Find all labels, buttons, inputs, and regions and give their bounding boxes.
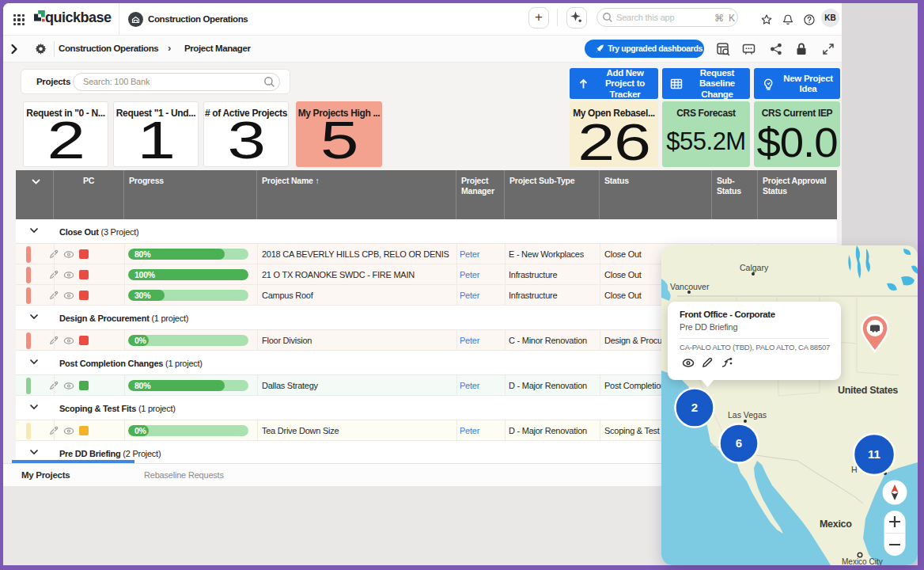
svg-text:Mexico: Mexico — [820, 519, 852, 530]
svg-text:Mexico City: Mexico City — [842, 557, 883, 565]
svg-text:Las Vegas: Las Vegas — [728, 410, 767, 420]
svg-text:United States: United States — [838, 385, 898, 396]
svg-text:Vancouver: Vancouver — [670, 282, 710, 291]
svg-text:2: 2 — [691, 401, 698, 414]
svg-text:Calgary: Calgary — [740, 263, 769, 272]
svg-text:11: 11 — [868, 447, 880, 461]
svg-text:6: 6 — [736, 436, 742, 450]
